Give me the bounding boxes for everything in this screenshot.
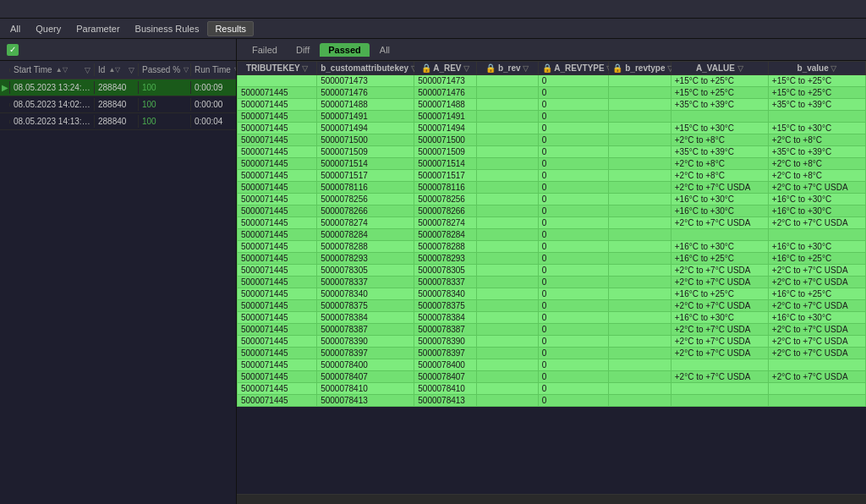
left-cell-start_time: 08.05.2023 14:13:02 [10, 115, 95, 128]
result-cell-b_customattributekey: 5000078293 [317, 253, 414, 265]
result-cell-b_rev [476, 205, 538, 217]
result-cell-a_value: +2°C to +7°C USDA [671, 336, 768, 348]
menu-item-results[interactable]: Results [207, 21, 254, 36]
result-cell-b_value [768, 359, 865, 371]
result-cell-a_rev: 5000078305 [414, 265, 476, 277]
right-col-3[interactable]: 🔒 b_rev ▽ [476, 62, 538, 75]
result-cell-b_value: +2°C to +7°C USDA [768, 324, 865, 336]
result-cell-b_revtype [609, 300, 671, 312]
left-table-row[interactable]: 08.05.2023 14:02:072888401000:00:00 [0, 96, 236, 113]
result-cell-a_value: +2°C to +7°C USDA [671, 265, 768, 277]
row-indicator: ▶ [0, 81, 10, 94]
table-row: 5000071445500007151750000715170+2°C to +… [238, 170, 866, 182]
result-cell-b_value: +2°C to +7°C USDA [768, 277, 865, 288]
result-cell-b_customattributekey: 5000078384 [317, 312, 414, 324]
table-row: 5000071445500007839750000783970+2°C to +… [238, 348, 866, 359]
result-cell-b_value: +16°C to +30°C [768, 205, 865, 217]
result-cell-a_value: +15°C to +25°C [671, 87, 768, 99]
tab-all[interactable]: All [371, 43, 398, 57]
left-table: Start Time ▲▽▽Id ▲▽▽Passed % ▽▽Run Time … [0, 61, 236, 504]
result-cell-b_rev [476, 99, 538, 111]
table-row: 5000071445500007841050000784100 [238, 383, 866, 395]
result-cell-b_customattributekey: 5000071514 [317, 158, 414, 170]
result-cell-a_rev: 5000071509 [414, 146, 476, 158]
result-cell-a_revtype: 0 [538, 99, 609, 111]
col-filter-icon[interactable]: ▽ [521, 64, 529, 73]
menu-item-all[interactable]: All [3, 22, 27, 36]
result-cell-b_revtype [609, 383, 671, 395]
right-col-4[interactable]: 🔒 A_REVTYPE ▽ [538, 62, 609, 75]
result-cell-tributekey: 5000071445 [238, 87, 317, 99]
result-cell-a_revtype: 0 [538, 87, 609, 99]
result-cell-b_revtype [609, 253, 671, 265]
left-col-passed-%[interactable]: Passed % ▽▽ [139, 63, 191, 76]
result-cell-b_value [768, 395, 865, 407]
filter-icon[interactable]: ▽ [129, 66, 134, 74]
col-filter-icon[interactable]: ▽ [829, 64, 837, 73]
result-cell-b_customattributekey: 5000071517 [317, 170, 414, 182]
result-cell-a_rev: 5000078293 [414, 253, 476, 265]
result-cell-b_value: +2°C to +7°C USDA [768, 217, 865, 229]
col-filter-icon[interactable]: ▽ [300, 64, 309, 73]
left-cell-passed: 100 [139, 81, 191, 94]
menu-item-business-rules[interactable]: Business Rules [129, 22, 206, 36]
right-col-6[interactable]: A_VALUE ▽ [671, 62, 768, 75]
result-cell-b_value [768, 383, 865, 395]
right-col-5[interactable]: 🔒 b_revtype ▽ [609, 62, 671, 75]
result-cell-b_value: +2°C to +8°C [768, 134, 865, 146]
left-table-row[interactable]: ▶08.05.2023 13:24:212888401000:00:09 [0, 79, 236, 96]
result-cell-a_rev: 5000078284 [414, 229, 476, 241]
result-cell-a_value: +16°C to +25°C [671, 288, 768, 300]
result-cell-b_revtype [609, 158, 671, 170]
horizontal-scrollbar[interactable] [237, 494, 866, 504]
result-cell-a_value: +2°C to +7°C USDA [671, 277, 768, 288]
result-cell-b_value: +35°C to +39°C [768, 146, 865, 158]
col-indicator [0, 68, 10, 72]
table-row: 5000071445500007151450000715140+2°C to +… [238, 158, 866, 170]
result-cell-tributekey: 5000071445 [238, 371, 317, 383]
result-cell-b_value: +15°C to +30°C [768, 123, 865, 134]
table-row: 5000071445500007837550000783750+2°C to +… [238, 300, 866, 312]
right-col-2[interactable]: 🔒 A_REV ▽ [414, 62, 476, 75]
col-filter-icon[interactable]: ▽ [735, 64, 743, 73]
table-row: 5000071445500007839050000783900+2°C to +… [238, 336, 866, 348]
result-cell-b_revtype [609, 146, 671, 158]
result-cell-b_rev [476, 253, 538, 265]
left-cell-id: 288840 [95, 115, 139, 128]
right-col-0[interactable]: TRIBUTEKEY ▽ [238, 62, 317, 75]
result-cell-b_customattributekey: 5000071473 [317, 75, 414, 87]
result-cell-b_rev [476, 75, 538, 87]
result-cell-a_value: +16°C to +30°C [671, 205, 768, 217]
left-cell-runtime: 0:00:00 [191, 98, 236, 111]
left-table-row[interactable]: 08.05.2023 14:13:022888401000:00:04 [0, 113, 236, 130]
result-cell-a_revtype: 0 [538, 158, 609, 170]
right-table-container[interactable]: TRIBUTEKEY ▽b_customattributekey ▽🔒 A_RE… [237, 61, 866, 494]
result-cell-tributekey: 5000071445 [238, 395, 317, 407]
table-row: 5000071445500007840050000784000 [238, 359, 866, 371]
menu-item-parameter[interactable]: Parameter [69, 22, 126, 36]
tab-diff[interactable]: Diff [288, 43, 318, 57]
result-cell-tributekey: 5000071445 [238, 336, 317, 348]
right-col-7[interactable]: b_value ▽ [768, 62, 865, 75]
result-cell-a_revtype: 0 [538, 229, 609, 241]
tab-passed[interactable]: Passed [320, 43, 370, 57]
left-cell-runtime: 0:00:04 [191, 115, 236, 128]
result-history-header: ✓ [0, 39, 236, 61]
left-col-run-time[interactable]: Run Time ▽▽ [191, 63, 236, 76]
left-col-start-time[interactable]: Start Time ▲▽▽ [10, 63, 95, 76]
result-cell-a_rev: 5000078400 [414, 359, 476, 371]
table-row: 5000071445500007838750000783870+2°C to +… [238, 324, 866, 336]
table-row: 500007147350000714730+15°C to +25°C+15°C… [238, 75, 866, 87]
result-cell-b_customattributekey: 5000078397 [317, 348, 414, 359]
result-cell-b_revtype [609, 170, 671, 182]
filter-icon[interactable]: ▽ [85, 66, 90, 74]
menu-item-query[interactable]: Query [29, 22, 68, 36]
result-cell-tributekey: 5000071445 [238, 253, 317, 265]
col-filter-icon[interactable]: ▽ [462, 64, 470, 73]
tab-failed[interactable]: Failed [244, 43, 286, 57]
right-col-1[interactable]: b_customattributekey ▽ [317, 62, 414, 75]
result-cell-tributekey: 5000071445 [238, 265, 317, 277]
table-row: 5000071445500007830550000783050+2°C to +… [238, 265, 866, 277]
left-col-id[interactable]: Id ▲▽▽ [95, 63, 139, 76]
result-cell-tributekey: 5000071445 [238, 205, 317, 217]
